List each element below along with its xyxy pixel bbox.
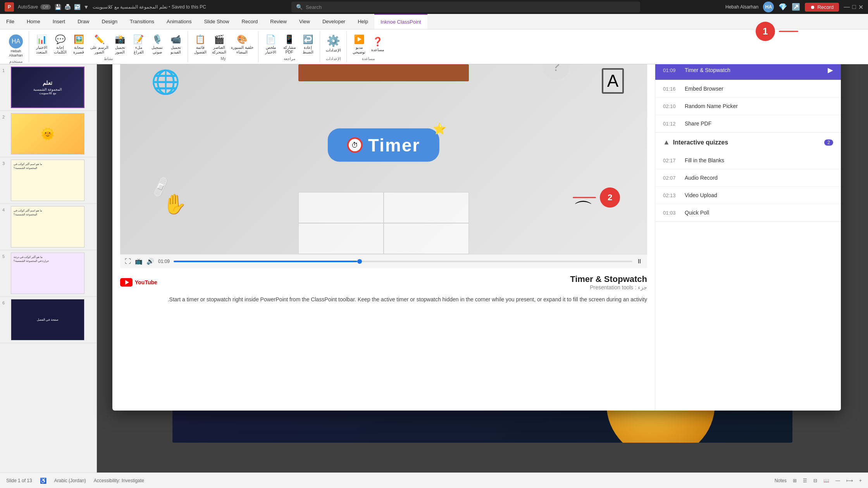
tab-insert[interactable]: Insert bbox=[46, 14, 72, 29]
ribbon-btn-shortanswer[interactable]: 🖼️سحابةقصيرة bbox=[70, 33, 87, 56]
play-pause-button[interactable]: ⏸ bbox=[636, 258, 642, 265]
record-button[interactable]: ⏺ Record bbox=[805, 3, 839, 12]
view-normal-icon[interactable]: ⊞ bbox=[793, 478, 797, 483]
volume-button[interactable]: 🔊 bbox=[146, 258, 154, 265]
tab-transitions[interactable]: Transitions bbox=[124, 14, 160, 29]
section-interactive-quizzes: ▲ Interactive quizzes 2 02:17 Fill in th… bbox=[655, 133, 841, 222]
slide-item[interactable]: 4 ما هو اسم أكبر كوكب فيالمجموعة الشمسية… bbox=[0, 204, 96, 250]
ribbon-btn-classlist[interactable]: 📋قائمةالفصول bbox=[192, 33, 209, 56]
tab-view[interactable]: View bbox=[293, 14, 316, 29]
tab-review[interactable]: Review bbox=[264, 14, 293, 29]
fullscreen-button[interactable]: ⛶ bbox=[125, 258, 131, 265]
ribbon-group-user: HA HebahAlsarhan مستخدم bbox=[3, 31, 29, 62]
slide-item[interactable]: 2 🌞 bbox=[0, 111, 96, 157]
ribbon-btn-imageupload[interactable]: 📸تحميلالصور bbox=[112, 33, 129, 56]
list-item[interactable]: 02:17 Fill in the Blanks bbox=[655, 152, 841, 169]
tab-file[interactable]: File bbox=[0, 14, 21, 29]
ribbon-btn-animations[interactable]: 🎬العناصرالمتحركة bbox=[210, 33, 228, 56]
video-container: 🌐 ? A 🩹 ✋ ⌒ ⏱ Timer ⭐ bbox=[120, 29, 647, 268]
accessibility-text: Accessibility: Investigate bbox=[94, 478, 144, 483]
list-item[interactable]: 01:03 Quick Poll bbox=[655, 204, 841, 222]
popup-window: IC Inknoe ClassPoint — □ ✕ 🌐 ? A 🩹 ✋ bbox=[112, 4, 841, 411]
status-bar: Slide 1 of 13 ♿ Arabic (Jordan) Accessib… bbox=[0, 473, 868, 488]
section-header-quizzes[interactable]: ▲ Interactive quizzes 2 bbox=[655, 133, 841, 152]
slide-item[interactable]: 3 ما هو اسم أكبر كوكب فيالمجموعة الشمسية… bbox=[0, 157, 96, 204]
title-bar-left: P AutoSave Off 💾 🖨️ ↩️ ▼ تعلم المجموعة ا… bbox=[5, 2, 206, 12]
slide-item[interactable]: 5 ما هو أكبر كوكب في درجةحرارة في المجمو… bbox=[0, 250, 96, 297]
popup-body: 🌐 ? A 🩹 ✋ ⌒ ⏱ Timer ⭐ bbox=[112, 22, 841, 411]
ribbon-btn-whiteboard[interactable]: 🎨خلفية السبورةالبيضاء bbox=[229, 33, 255, 56]
list-item[interactable]: 02:10 Random Name Picker bbox=[655, 98, 841, 115]
tab-design[interactable]: Design bbox=[96, 14, 124, 29]
accessibility-icon: ♿ bbox=[40, 478, 46, 484]
tab-home[interactable]: Home bbox=[21, 14, 46, 29]
video-progress-dot bbox=[357, 259, 362, 264]
slide-info: Slide 1 of 13 bbox=[6, 478, 32, 483]
slide-item[interactable]: 1 تعلم المجموعة الشمسية مع كلاسبوينت bbox=[0, 64, 96, 111]
ribbon-btn-help[interactable]: ❓مساعدة bbox=[369, 35, 386, 54]
tab-developer[interactable]: Developer bbox=[316, 14, 351, 29]
ribbon-btn-summary[interactable]: 📄ملخصالاختيار bbox=[262, 33, 279, 56]
search-bar[interactable]: 🔍 Search bbox=[291, 2, 640, 12]
slide-panel: 1 تعلم المجموعة الشمسية مع كلاسبوينت 2 🌞… bbox=[0, 64, 97, 473]
ribbon-group-settings: ⚙️الإعدادات الإعدادات bbox=[321, 31, 347, 62]
tab-animations[interactable]: Animations bbox=[160, 14, 198, 29]
zoom-in-button[interactable]: + bbox=[859, 478, 862, 483]
tab-help[interactable]: Help bbox=[351, 14, 374, 29]
zoom-slider[interactable]: ⟼ bbox=[846, 478, 853, 483]
ribbon-btn-multiplechoice[interactable]: 📊الاختيارالمتعدد bbox=[33, 33, 50, 56]
view-reading-icon[interactable]: 📖 bbox=[823, 478, 829, 483]
table-grid bbox=[298, 192, 469, 254]
picture-in-picture-button[interactable]: 📺 bbox=[135, 258, 143, 265]
ribbon-btn-tutorial[interactable]: ▶️مديوتوضيحي bbox=[351, 33, 368, 56]
video-time: 01:09 bbox=[158, 259, 170, 264]
autosave-control[interactable]: AutoSave Off bbox=[18, 4, 51, 10]
list-item[interactable]: 02:13 Video Upload bbox=[655, 187, 841, 204]
ribbon-btn-wordcloud[interactable]: 💬إجابةالكلمات bbox=[52, 33, 69, 56]
right-panel: ▲ Presentation tools 1 01:37 Draggable O… bbox=[655, 22, 841, 411]
tab-record[interactable]: Record bbox=[235, 14, 264, 29]
ribbon: File Home Insert Draw Design Transitions… bbox=[0, 14, 868, 64]
slide-item[interactable]: 6 صفحة في الفصل bbox=[0, 297, 96, 343]
timer-label: Timer bbox=[368, 135, 420, 156]
annotation-circle-1: 1 bbox=[756, 22, 775, 41]
ribbon-btn-audiorecord[interactable]: 🎙️تسجيلصوتي bbox=[149, 33, 166, 56]
list-item[interactable]: 02:07 Audio Record bbox=[655, 169, 841, 187]
slide-thumbnail: تعلم المجموعة الشمسية مع كلاسبوينت bbox=[11, 67, 84, 108]
video-progress-bar[interactable] bbox=[174, 261, 632, 262]
ribbon-btn-fillblank[interactable]: 📝ملءالفراغ bbox=[130, 33, 147, 56]
ribbon-btn-imageannotation[interactable]: ✏️الرسم علىالصور bbox=[89, 33, 110, 56]
notes-button[interactable]: Notes bbox=[775, 478, 787, 483]
ribbon-btn-settings[interactable]: ⚙️الإعدادات bbox=[324, 33, 343, 54]
tab-inknoe[interactable]: Inknoe ClassPoint bbox=[374, 14, 427, 29]
ribbon-btn-videoupload[interactable]: 📹تحميلالفيديو bbox=[167, 33, 184, 56]
video-area: 🌐 ? A 🩹 ✋ ⌒ ⏱ Timer ⭐ bbox=[112, 22, 655, 411]
video-info: YouTube Timer & Stopwatch Presentation t… bbox=[120, 268, 647, 310]
play-circle-icon: ▶ bbox=[828, 66, 833, 74]
app-logo: P bbox=[5, 2, 14, 12]
text-a-icon: A bbox=[602, 68, 624, 94]
ribbon-btn-sharepdf[interactable]: 📱مشاركةPDF bbox=[281, 33, 298, 56]
title-bar-right: Hebah Alsarhan HA 💎 ↗️ ⏺ Record — □ ✕ bbox=[725, 2, 863, 12]
zoom-out-button[interactable]: — bbox=[835, 478, 840, 483]
video-subtitle: Presentation tools : جزء bbox=[570, 284, 647, 290]
list-item[interactable]: 01:16 Embed Browser bbox=[655, 80, 841, 98]
language-indicator: Arabic (Jordan) bbox=[54, 478, 86, 483]
slide-thumbnail: ما هو أكبر كوكب في درجةحرارة في المجموعة… bbox=[11, 253, 84, 294]
tab-draw[interactable]: Draw bbox=[71, 14, 95, 29]
ribbon-tabs: File Home Insert Draw Design Transitions… bbox=[0, 14, 868, 29]
window-controls: — □ ✕ bbox=[844, 3, 863, 11]
view-sort-icon[interactable]: ⊟ bbox=[813, 478, 817, 483]
slide-thumbnail: صفحة في الفصل bbox=[11, 299, 84, 340]
slide-thumbnail: ما هو اسم أكبر كوكب فيالمجموعة الشمسية؟ bbox=[11, 206, 84, 247]
video-description: Start a timer or stopwatch right inside … bbox=[120, 295, 647, 304]
ribbon-btn-reset[interactable]: ↩️إعادةالضبط bbox=[300, 33, 317, 56]
tab-slideshow[interactable]: Slide Show bbox=[198, 14, 235, 29]
video-title: Timer & Stopwatch bbox=[570, 274, 647, 284]
view-outline-icon[interactable]: ☰ bbox=[803, 478, 807, 483]
annotation-circle-2: 2 bbox=[600, 187, 620, 208]
globe-icon: 🌐 bbox=[151, 68, 180, 96]
file-title: تعلم المجموعة الشمسية مع كلاسبوينت • Sav… bbox=[93, 4, 206, 10]
list-item[interactable]: 01:12 Share PDF bbox=[655, 115, 841, 132]
ribbon-user-profile[interactable]: HA HebahAlsarhan bbox=[6, 33, 26, 59]
